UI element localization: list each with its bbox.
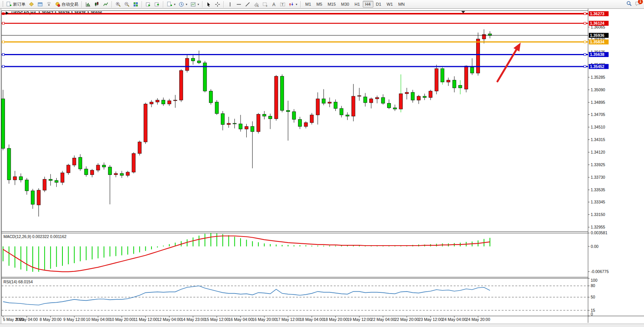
candle-body <box>43 179 46 190</box>
toolbar-separator <box>112 1 112 8</box>
timeframe-m15-button[interactable]: M15 <box>325 1 338 8</box>
candle-body <box>197 61 201 63</box>
zoom-in-button[interactable] <box>114 0 123 8</box>
timeframe-m5-button[interactable]: M5 <box>314 1 325 8</box>
candle-body <box>102 165 106 167</box>
price-tick-label: 1.34510 <box>591 125 605 129</box>
chart-window-button[interactable] <box>36 0 45 8</box>
cursor-button[interactable] <box>204 0 213 8</box>
arrows-button[interactable]: ▾ <box>287 0 299 8</box>
line-chart-button[interactable] <box>101 0 110 8</box>
candle-body <box>138 142 141 154</box>
candle-body <box>286 110 290 111</box>
macd-tick-label: 0.003581 <box>591 230 607 235</box>
line-anchor-left[interactable] <box>2 65 5 68</box>
price-badge-label: 1.35452 <box>590 64 604 69</box>
candle-body <box>84 169 88 175</box>
candle-body <box>453 80 456 88</box>
metaeditor-button[interactable] <box>27 0 36 8</box>
candle-body <box>447 80 450 82</box>
vertical-line-button[interactable] <box>226 0 234 8</box>
tile-windows-button[interactable] <box>131 0 140 8</box>
candle-body <box>411 92 414 100</box>
line-anchor-left[interactable] <box>2 13 5 15</box>
candle-body <box>167 101 171 104</box>
line-anchor-right[interactable] <box>584 13 586 15</box>
timeframe-mn-button[interactable]: MN <box>395 1 407 8</box>
crosshair-button[interactable] <box>213 0 222 8</box>
candle-body <box>482 35 486 39</box>
candle-body <box>470 67 474 73</box>
chevron-down-icon: ▾ <box>296 3 297 6</box>
timeframe-m30-button[interactable]: M30 <box>338 1 352 8</box>
candle-body <box>132 154 135 172</box>
candle-body <box>405 92 408 94</box>
timeframe-h4-button[interactable]: H4 <box>363 1 373 8</box>
new-chart-button[interactable]: ▾ <box>165 0 177 8</box>
bar-chart-button[interactable] <box>84 0 92 8</box>
timeframe-d1-button[interactable]: D1 <box>373 1 384 8</box>
price-badge-label: 1.35834 <box>590 40 604 44</box>
shift-icon <box>154 2 160 7</box>
price-tick-label: 1.32955 <box>591 225 605 229</box>
line-anchor-left[interactable] <box>2 22 5 24</box>
chevron-down-icon: ▾ <box>174 3 175 6</box>
candle-body <box>441 68 444 82</box>
date-label: 8 May 20:00 <box>40 317 62 322</box>
date-label: 22 May 04:00 <box>371 317 395 322</box>
timeframe-h1-button[interactable]: H1 <box>352 1 362 8</box>
candle-body <box>435 68 438 91</box>
line-anchor-right[interactable] <box>584 22 586 24</box>
candle-body <box>269 116 272 119</box>
autotrading-button[interactable]: 自动交易 <box>53 0 80 8</box>
candle-body <box>429 91 432 98</box>
candle-body <box>423 96 426 97</box>
date-label: 11 May 12:00 <box>134 317 158 322</box>
date-label: 15 May 12:00 <box>205 317 229 322</box>
new-order-button[interactable]: 新订单 <box>5 0 27 8</box>
date-label: 12 May 04:00 <box>157 317 182 322</box>
date-label: 16 May 04:00 <box>228 317 253 322</box>
zoom-out-button[interactable] <box>123 0 131 8</box>
text-label-button[interactable]: T <box>278 0 287 8</box>
candle-body <box>209 91 213 103</box>
text-icon: A <box>271 2 277 7</box>
line-anchor-left[interactable] <box>2 54 5 56</box>
line-anchor-right[interactable] <box>584 54 586 56</box>
autotrading-button-label: 自动交易 <box>62 2 78 7</box>
chart-window[interactable]: USDCAD,H4 1.35967 1.35978 1.35875 1.3593… <box>0 9 644 327</box>
date-label: 24 May 04:00 <box>442 317 467 322</box>
candle-body <box>370 99 373 103</box>
timeframe-m1-button[interactable]: M1 <box>303 1 314 8</box>
chart-shift-button[interactable] <box>153 0 161 8</box>
toolbar-separator <box>163 1 164 8</box>
candle-body <box>49 179 52 180</box>
text-button[interactable]: A <box>269 0 278 8</box>
toolbar-separator <box>81 1 82 8</box>
line-anchor-right[interactable] <box>584 41 586 43</box>
templates-button[interactable]: ▾ <box>189 0 201 8</box>
candle-body <box>257 114 260 132</box>
trendline-button[interactable] <box>243 0 252 8</box>
candle-body <box>459 85 462 88</box>
svg-text:F: F <box>266 5 268 7</box>
chart-canvas[interactable]: 1.362601.360651.358701.356751.354801.352… <box>0 9 644 327</box>
candle-body <box>381 98 385 103</box>
search-button[interactable] <box>626 1 632 8</box>
line-anchor-right[interactable] <box>584 65 586 68</box>
line-anchor-left[interactable] <box>2 41 5 43</box>
price-tick-label: 1.33150 <box>591 212 605 217</box>
signals-button[interactable] <box>45 0 53 8</box>
fibonacci-button[interactable]: E <box>252 0 261 8</box>
candle-body <box>334 102 337 108</box>
auto-arrange-button[interactable] <box>144 0 153 8</box>
candlestick-chart-button[interactable] <box>92 0 101 8</box>
candle-body <box>263 114 266 116</box>
notifications-button[interactable]: 1 <box>635 1 641 8</box>
candle-body <box>281 76 284 111</box>
candle-body <box>304 123 308 127</box>
channel-button[interactable]: F <box>261 0 269 8</box>
periods-button[interactable]: ▾ <box>177 0 189 8</box>
timeframe-w1-button[interactable]: W1 <box>384 1 396 8</box>
horizontal-line-button[interactable] <box>234 0 243 8</box>
